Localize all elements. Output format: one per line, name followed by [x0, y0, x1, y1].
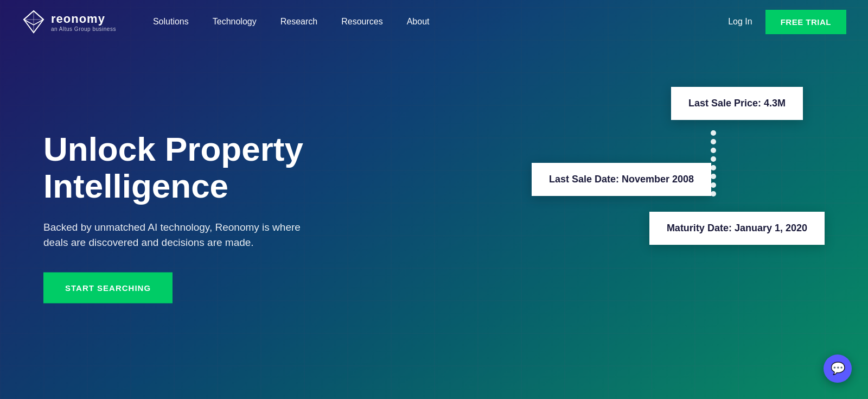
brand-name: reonomy — [51, 12, 116, 26]
nav-about[interactable]: About — [397, 12, 439, 31]
nav-research[interactable]: Research — [271, 12, 327, 31]
dot-connector — [711, 130, 716, 197]
dot-5 — [711, 165, 716, 170]
chat-icon: 💬 — [831, 362, 845, 376]
dot-1 — [711, 130, 716, 136]
hero-content: Unlock Property Intelligence Backed by u… — [43, 130, 369, 303]
reonomy-logo-icon — [22, 10, 46, 34]
hero-section: reonomy an Altus Group business Solution… — [0, 0, 868, 399]
nav-right: Log In FREE TRIAL — [728, 10, 846, 34]
dot-6 — [711, 174, 716, 179]
dot-2 — [711, 139, 716, 144]
dot-4 — [711, 156, 716, 162]
dot-8 — [711, 191, 716, 197]
dot-7 — [711, 182, 716, 188]
nav-links: Solutions Technology Research Resources … — [143, 12, 728, 31]
logo-text: reonomy an Altus Group business — [51, 12, 116, 32]
hero-subtitle: Backed by unmatched AI technology, Reono… — [43, 220, 326, 251]
logo-area[interactable]: reonomy an Altus Group business — [22, 10, 116, 34]
navbar: reonomy an Altus Group business Solution… — [0, 0, 868, 43]
nav-solutions[interactable]: Solutions — [143, 12, 199, 31]
login-link[interactable]: Log In — [728, 17, 752, 27]
last-sale-price-card: Last Sale Price: 4.3M — [671, 87, 803, 120]
hero-title: Unlock Property Intelligence — [43, 130, 369, 204]
brand-sub: an Altus Group business — [51, 26, 116, 32]
nav-technology[interactable]: Technology — [203, 12, 266, 31]
dot-3 — [711, 148, 716, 153]
maturity-date-card: Maturity Date: January 1, 2020 — [649, 212, 825, 245]
chat-button[interactable]: 💬 — [824, 354, 852, 383]
last-sale-date-card: Last Sale Date: November 2008 — [532, 163, 711, 196]
start-searching-button[interactable]: START SEARCHING — [43, 273, 173, 303]
nav-resources[interactable]: Resources — [331, 12, 392, 31]
free-trial-button[interactable]: FREE TRIAL — [765, 10, 846, 34]
